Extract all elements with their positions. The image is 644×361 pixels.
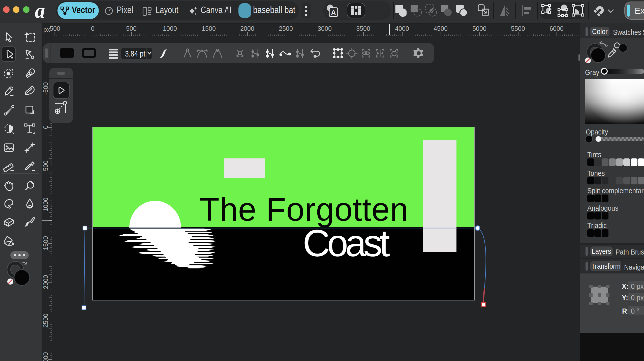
svg-text:A: A (331, 9, 336, 16)
